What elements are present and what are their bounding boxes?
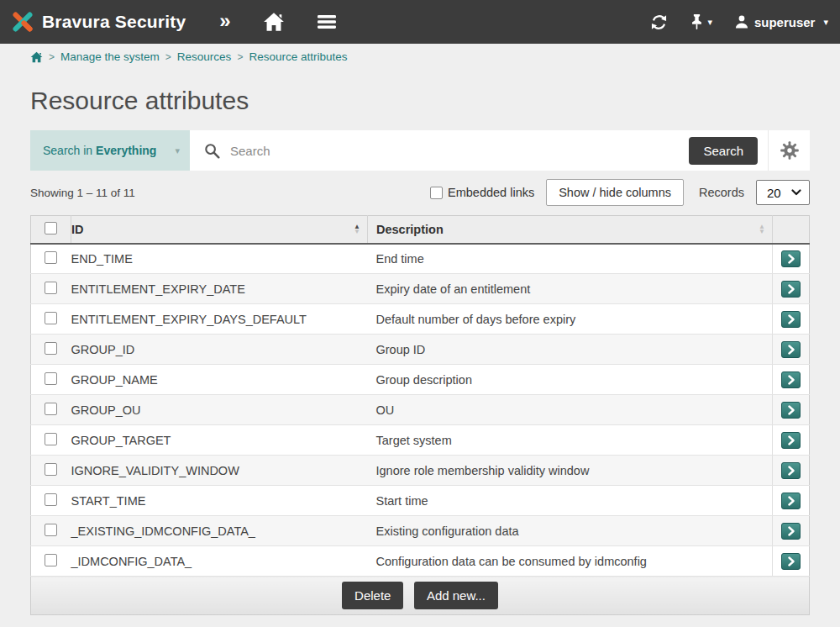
table-body: END_TIME End time ENTITLEMENT_EXPIRY_DAT… bbox=[31, 244, 810, 577]
table-row: _EXISTING_IDMCONFIG_DATA_ Existing confi… bbox=[31, 516, 810, 546]
table-row: END_TIME End time bbox=[31, 244, 810, 274]
row-id: GROUP_TARGET bbox=[71, 434, 171, 447]
breadcrumb-link-resource-attributes[interactable]: Resource attributes bbox=[249, 50, 347, 63]
row-open-button[interactable] bbox=[781, 523, 801, 540]
row-checkbox[interactable] bbox=[45, 312, 57, 324]
row-open-button[interactable] bbox=[781, 311, 801, 328]
delete-button[interactable]: Delete bbox=[342, 582, 403, 609]
row-checkbox[interactable] bbox=[45, 282, 57, 294]
row-description: Group description bbox=[376, 373, 472, 387]
table-row: GROUP_ID Group ID bbox=[31, 335, 810, 365]
collapse-menu-icon[interactable]: » bbox=[219, 11, 230, 34]
row-description: Group ID bbox=[376, 343, 426, 356]
search-scope-label: Search in Everything bbox=[43, 144, 175, 157]
row-checkbox[interactable] bbox=[45, 554, 57, 566]
row-id: ENTITLEMENT_EXPIRY_DAYS_DEFAULT bbox=[71, 313, 307, 326]
row-open-button[interactable] bbox=[781, 371, 801, 388]
row-checkbox[interactable] bbox=[45, 493, 57, 506]
search-input[interactable] bbox=[230, 144, 689, 158]
embedded-links-checkbox[interactable] bbox=[430, 187, 443, 199]
column-header-description[interactable]: Description ▲▼ bbox=[368, 216, 773, 244]
pin-menu[interactable]: ▾ bbox=[690, 13, 712, 30]
row-checkbox[interactable] bbox=[45, 463, 57, 476]
search-button[interactable]: Search bbox=[689, 137, 758, 165]
user-menu[interactable]: superuser ▾ bbox=[734, 14, 828, 29]
chevron-right-icon bbox=[787, 496, 795, 506]
column-header-id[interactable]: ID ▲▼ bbox=[71, 216, 368, 244]
row-id: _IDMCONFIG_DATA_ bbox=[71, 555, 192, 568]
row-id: IGNORE_VALIDITY_WINDOW bbox=[71, 464, 239, 477]
row-description: Expiry date of an entitlement bbox=[376, 282, 531, 296]
row-checkbox[interactable] bbox=[45, 403, 57, 415]
caret-down-icon: ▾ bbox=[707, 18, 712, 27]
row-checkbox[interactable] bbox=[45, 433, 57, 445]
search-settings-button[interactable] bbox=[768, 130, 810, 171]
chevron-right-icon bbox=[787, 526, 795, 536]
select-all-checkbox[interactable] bbox=[45, 222, 57, 234]
gear-icon bbox=[780, 140, 800, 161]
records-per-page-select[interactable]: 20 bbox=[756, 180, 810, 205]
row-open-button[interactable] bbox=[781, 462, 801, 479]
brand-name: Bravura Security bbox=[42, 12, 186, 32]
row-id: ENTITLEMENT_EXPIRY_DATE bbox=[71, 282, 245, 296]
sort-indicator-icon: ▲▼ bbox=[759, 224, 765, 234]
row-open-button[interactable] bbox=[781, 493, 801, 509]
chevron-right-icon bbox=[787, 435, 795, 445]
chevron-right-icon bbox=[787, 254, 795, 264]
chevron-down-icon bbox=[791, 189, 801, 196]
row-open-button[interactable] bbox=[781, 341, 801, 358]
row-description: Existing configuration data bbox=[376, 524, 519, 538]
row-id: GROUP_ID bbox=[71, 343, 135, 356]
chevron-right-icon bbox=[787, 466, 795, 476]
row-checkbox[interactable] bbox=[45, 251, 57, 264]
chevron-right-icon bbox=[787, 314, 795, 324]
user-icon bbox=[734, 14, 749, 29]
column-header-actions bbox=[773, 216, 810, 244]
breadcrumb-home-icon[interactable] bbox=[30, 51, 43, 63]
row-checkbox[interactable] bbox=[45, 372, 57, 385]
row-id: GROUP_OU bbox=[71, 403, 141, 417]
sort-indicator-asc-icon: ▲▼ bbox=[354, 224, 360, 234]
row-id: START_TIME bbox=[71, 494, 146, 508]
embedded-links-toggle[interactable]: Embedded links bbox=[430, 186, 534, 199]
add-new-button[interactable]: Add new... bbox=[414, 582, 498, 609]
row-checkbox[interactable] bbox=[45, 524, 57, 536]
pushpin-icon bbox=[690, 13, 704, 30]
row-open-button[interactable] bbox=[781, 432, 801, 449]
home-icon[interactable] bbox=[263, 12, 285, 32]
row-description: End time bbox=[376, 252, 424, 266]
user-name: superuser bbox=[754, 15, 816, 29]
row-open-button[interactable] bbox=[781, 281, 801, 298]
row-open-button[interactable] bbox=[781, 402, 801, 419]
row-open-button[interactable] bbox=[781, 250, 801, 267]
search-icon bbox=[204, 143, 220, 159]
top-navbar: Bravura Security » bbox=[0, 0, 840, 44]
hamburger-menu-icon[interactable] bbox=[317, 13, 337, 30]
show-hide-columns-button[interactable]: Show / hide columns bbox=[546, 179, 684, 206]
row-description: Start time bbox=[376, 494, 428, 508]
table-row: START_TIME Start time bbox=[31, 486, 810, 516]
chevron-right-icon bbox=[787, 345, 795, 355]
search-box: Search bbox=[190, 130, 768, 171]
row-open-button[interactable] bbox=[781, 553, 801, 570]
breadcrumb-link-resources[interactable]: Resources bbox=[177, 50, 232, 63]
records-label: Records bbox=[699, 186, 744, 199]
table-row: ENTITLEMENT_EXPIRY_DAYS_DEFAULT Default … bbox=[31, 304, 810, 335]
row-description: Configuration data can be consumed by id… bbox=[376, 555, 647, 568]
search-scope-dropdown[interactable]: Search in Everything ▾ bbox=[30, 130, 190, 171]
brand-logo[interactable]: Bravura Security bbox=[10, 9, 186, 34]
table-header-row: ID ▲▼ Description ▲▼ bbox=[31, 216, 810, 244]
table-row: IGNORE_VALIDITY_WINDOW Ignore role membe… bbox=[31, 456, 810, 486]
resource-attributes-table: ID ▲▼ Description ▲▼ END_TIME End time bbox=[30, 215, 810, 615]
table-footer: Delete Add new... bbox=[31, 577, 810, 615]
table-row: GROUP_NAME Group description bbox=[31, 365, 810, 395]
refresh-icon[interactable] bbox=[650, 13, 668, 31]
row-id: END_TIME bbox=[71, 252, 133, 266]
table-row: GROUP_OU OU bbox=[31, 395, 810, 425]
breadcrumb-link-manage-the-system[interactable]: Manage the system bbox=[60, 50, 160, 63]
row-checkbox[interactable] bbox=[45, 342, 57, 355]
caret-down-icon: ▾ bbox=[823, 18, 828, 27]
chevron-right-icon bbox=[787, 556, 795, 566]
row-description: OU bbox=[376, 403, 395, 417]
row-description: Target system bbox=[376, 434, 452, 447]
